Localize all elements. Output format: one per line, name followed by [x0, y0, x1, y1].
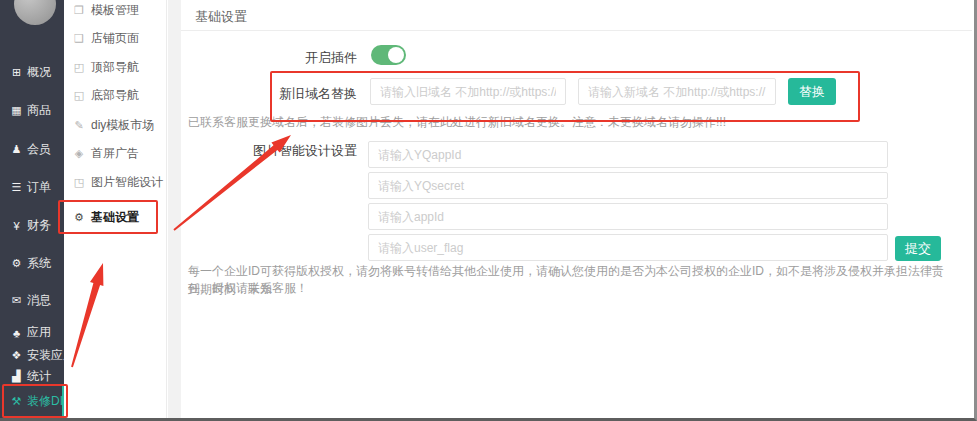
sidebar-item-overview[interactable]: ⊞概况	[0, 64, 64, 81]
new-domain-input[interactable]	[578, 78, 776, 105]
gear-icon: ⚙	[9, 257, 24, 270]
chat-icon: ✉	[9, 294, 24, 307]
subnav-item-smart-image-design[interactable]: ◳图片智能设计	[64, 174, 167, 191]
yen-icon: ¥	[9, 220, 24, 232]
expiry-text: 到期时间：未知	[188, 281, 948, 298]
image-design-icon: ◳	[72, 176, 86, 189]
install-icon: ❖	[9, 349, 24, 362]
subnav-item-splash-ads[interactable]: ◈首屏广告	[64, 145, 167, 162]
sidebar-item-decorate-diy[interactable]: ⚒装修DIY	[0, 393, 64, 410]
members-icon: ♟	[9, 143, 24, 156]
toggle-knob	[388, 47, 404, 63]
plugin-toggle-label: 开启插件	[181, 49, 357, 67]
subnav-item-label: 底部导航	[91, 87, 139, 104]
pen-icon: ✎	[72, 119, 86, 132]
domain-replace-help-text: 已联系客服更换域名后，若装修图片丢失，请在此处进行新旧域名更换。注意：未更换域名…	[188, 114, 726, 131]
subnav-item-label: 基础设置	[91, 209, 139, 226]
sidebar-item-label: 消息	[27, 292, 51, 309]
user-flag-input[interactable]	[368, 234, 888, 261]
sidebar-item-label: 概况	[27, 64, 51, 81]
page-gutter	[168, 0, 181, 418]
subnav-item-label: 模板管理	[91, 2, 139, 19]
yqappid-input[interactable]	[368, 141, 888, 168]
dashboard-icon: ⊞	[9, 66, 24, 79]
cart-icon: ☰	[9, 181, 24, 194]
sidebar-item-statistics[interactable]: ▟统计	[0, 368, 64, 385]
sidebar-item-system[interactable]: ⚙系统	[0, 255, 64, 272]
subnav-item-shop-pages[interactable]: ❑店铺页面	[64, 30, 167, 47]
sidebar-item-label: 订单	[27, 179, 51, 196]
image-design-label: 图片智能设计设置	[181, 142, 357, 160]
subnav-item-diy-market[interactable]: ✎diy模板市场	[64, 117, 167, 134]
app-window: ⊞概况 ▦商品 ♟会员 ☰订单 ¥财务 ⚙系统 ✉消息 ♣应用 ❖安装应用 ▟统…	[0, 0, 977, 421]
sidebar-item-install-apps[interactable]: ❖安装应用	[0, 347, 64, 364]
sidebar-item-label: 财务	[27, 217, 51, 234]
sidebar-item-apps[interactable]: ♣应用	[0, 324, 64, 341]
gear-icon: ⚙	[72, 211, 86, 224]
sidebar-item-label: 系统	[27, 255, 51, 272]
subnav-item-template-manage[interactable]: ❐模板管理	[64, 2, 167, 19]
hammer-icon: ⚒	[9, 395, 24, 408]
subnav-item-label: 首屏广告	[91, 145, 139, 162]
sidebar-item-finance[interactable]: ¥财务	[0, 217, 64, 234]
sidebar-item-label: 会员	[27, 141, 51, 158]
yqsecret-input[interactable]	[368, 172, 888, 199]
bottom-nav-icon: ◱	[72, 89, 86, 102]
sidebar-item-label: 统计	[27, 368, 51, 385]
template-icon: ❐	[72, 4, 86, 17]
replace-button[interactable]: 替换	[788, 78, 836, 105]
submit-button[interactable]: 提交	[895, 236, 941, 261]
sidebar-item-label: 应用	[27, 324, 51, 341]
apps-icon: ♣	[9, 327, 24, 339]
header-divider	[181, 30, 972, 31]
sidebar-item-members[interactable]: ♟会员	[0, 141, 64, 158]
subnav-item-bottom-nav[interactable]: ◱底部导航	[64, 87, 167, 104]
sidebar-item-goods[interactable]: ▦商品	[0, 102, 64, 119]
avatar[interactable]	[14, 0, 56, 25]
sidebar-item-orders[interactable]: ☰订单	[0, 179, 64, 196]
plugin-toggle[interactable]	[371, 45, 406, 65]
goods-icon: ▦	[9, 104, 24, 117]
bar-chart-icon: ▟	[9, 370, 24, 383]
subnav-item-label: 店铺页面	[91, 30, 139, 47]
primary-sidebar: ⊞概况 ▦商品 ♟会员 ☰订单 ¥财务 ⚙系统 ✉消息 ♣应用 ❖安装应用 ▟统…	[0, 0, 64, 418]
sidebar-item-label: 商品	[27, 102, 51, 119]
sidebar-item-messages[interactable]: ✉消息	[0, 292, 64, 309]
subnav-item-top-nav[interactable]: ◰顶部导航	[64, 59, 167, 76]
secondary-sidebar: ❐模板管理 ❑店铺页面 ◰顶部导航 ◱底部导航 ✎diy模板市场 ◈首屏广告 ◳…	[64, 0, 167, 418]
subnav-item-label: 图片智能设计	[91, 174, 163, 191]
subnav-item-basic-settings[interactable]: ⚙基础设置	[64, 209, 167, 226]
subnav-item-label: 顶部导航	[91, 59, 139, 76]
subnav-item-label: diy模板市场	[91, 117, 154, 134]
domain-replace-label: 新旧域名替换	[181, 85, 357, 103]
page-icon: ❑	[72, 32, 86, 45]
top-nav-icon: ◰	[72, 61, 86, 74]
appid-input[interactable]	[368, 203, 888, 230]
ad-icon: ◈	[72, 147, 86, 160]
old-domain-input[interactable]	[370, 78, 566, 105]
page-title: 基础设置	[195, 8, 247, 26]
